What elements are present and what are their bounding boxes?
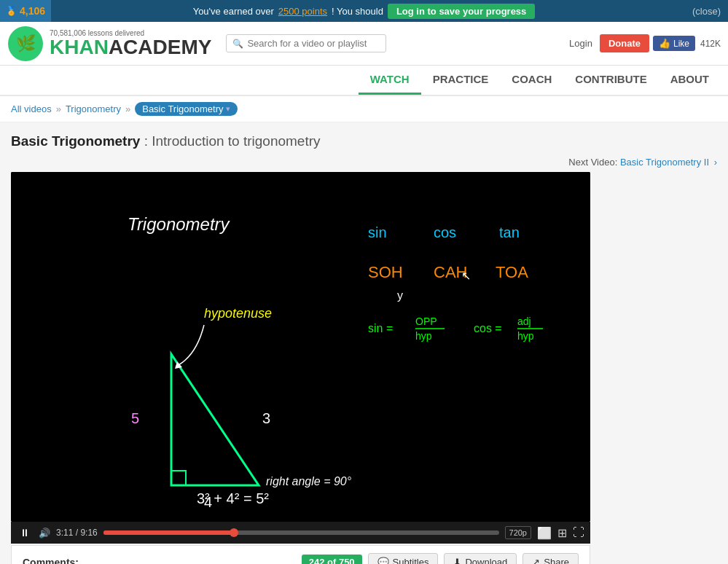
svg-text:hyp: hyp xyxy=(517,330,534,342)
next-video-label: Next Video: xyxy=(568,157,617,168)
svg-text:sin =: sin = xyxy=(368,322,393,334)
points-link[interactable]: 2500 points xyxy=(278,6,327,17)
comments-actions: 242 of 750 💬 Subtitles ⬇ Download ↗ Shar… xyxy=(302,553,579,564)
khan-academy-logo-icon: 🌿 xyxy=(7,26,44,62)
subtitles-icon: 💬 xyxy=(377,557,389,564)
breadcrumb-current: Basic Trigonometry ▾ xyxy=(135,102,238,116)
subtitles-button[interactable]: 💬 Subtitles xyxy=(368,553,439,564)
progress-bar-fill xyxy=(103,530,234,535)
login-link[interactable]: Login xyxy=(569,38,592,49)
fb-like-label: Like xyxy=(673,39,689,49)
share-label: Share xyxy=(544,557,569,564)
svg-text:Trigonometry: Trigonometry xyxy=(128,214,231,234)
svg-text:cos =: cos = xyxy=(474,322,502,334)
svg-text:↖: ↖ xyxy=(461,270,471,282)
video-lesson-title: Basic Trigonometry xyxy=(11,133,140,149)
login-save-button[interactable]: Log in to save your progress xyxy=(388,4,535,19)
svg-text:OPP: OPP xyxy=(415,316,437,327)
svg-text:SOH: SOH xyxy=(368,263,403,281)
logo-area[interactable]: 🌿 70,581,006 lessons delivered KHANACADE… xyxy=(7,26,211,62)
download-icon: ⬇ xyxy=(453,557,461,564)
message-before: You've earned over xyxy=(193,6,274,17)
chevron-down-icon: ▾ xyxy=(226,104,230,114)
breadcrumb-current-label: Basic Trigonometry xyxy=(142,103,223,114)
progress-dot xyxy=(230,528,238,537)
next-video-bar: Next Video: Basic Trigonometry II › xyxy=(11,157,717,168)
svg-text:3² + 4² = 5²: 3² + 4² = 5² xyxy=(197,490,269,506)
svg-text:cos: cos xyxy=(434,224,456,240)
close-topbar-button[interactable]: (close) xyxy=(692,6,721,17)
fullscreen-icon[interactable]: ⛶ xyxy=(573,526,584,539)
search-input[interactable] xyxy=(247,38,380,49)
comments-label: Comments: xyxy=(23,557,79,565)
time-total: 9:16 xyxy=(80,528,97,538)
fb-count: 412K xyxy=(700,39,721,49)
svg-text:adj: adj xyxy=(517,316,531,327)
video-frame: Trigonometry 5 3 4 hypotenuse right angl… xyxy=(11,172,590,522)
breadcrumb-trigonometry[interactable]: Trigonometry xyxy=(66,103,121,114)
download-button[interactable]: ⬇ Download xyxy=(444,553,517,564)
fb-icon: 👍 xyxy=(659,38,670,49)
nav-contribute[interactable]: CONTRIBUTE xyxy=(563,66,658,95)
search-icon: 🔍 xyxy=(232,39,243,49)
breadcrumb-all-videos[interactable]: All videos xyxy=(11,103,52,114)
navigation: WATCH PRACTICE COACH CONTRIBUTE ABOUT xyxy=(0,66,728,96)
notification-text: You've earned over 2500 points ! You sho… xyxy=(193,4,536,19)
main-content: Basic Trigonometry : Introduction to tri… xyxy=(0,122,728,564)
brand-name: KHANACADEMY xyxy=(50,37,211,58)
video-controls-bar[interactable]: ⏸ 🔊 3:11 / 9:16 720p ⬜ ⊞ ⛶ xyxy=(11,522,590,544)
subtitles-label: Subtitles xyxy=(393,557,429,564)
svg-text:hypotenuse: hypotenuse xyxy=(204,306,272,321)
quality-button[interactable]: 720p xyxy=(505,526,531,539)
breadcrumb-sep-1: » xyxy=(56,103,61,114)
nav-about[interactable]: ABOUT xyxy=(659,66,721,95)
breadcrumb-sep-2: » xyxy=(125,103,130,114)
comments-bar: Comments: 242 of 750 💬 Subtitles ⬇ Downl… xyxy=(11,545,590,564)
next-video-link[interactable]: Basic Trigonometry II xyxy=(620,157,709,168)
nav-practice[interactable]: PRACTICE xyxy=(421,66,501,95)
next-video-arrow-icon: › xyxy=(714,157,717,168)
svg-text:sin: sin xyxy=(368,224,387,240)
svg-text:tan: tan xyxy=(499,224,520,240)
comments-count-badge: 242 of 750 xyxy=(302,555,362,564)
video-title-area: Basic Trigonometry : Introduction to tri… xyxy=(11,133,717,149)
svg-text:TOA: TOA xyxy=(496,263,528,281)
top-notification-bar: 🏅 4,106 You've earned over 2500 points !… xyxy=(0,0,728,22)
facebook-like[interactable]: 👍 Like xyxy=(653,36,695,51)
header: 🌿 70,581,006 lessons delivered KHANACADE… xyxy=(0,22,728,66)
badge-icon: 🏅 xyxy=(6,6,17,16)
time-display: 3:11 / 9:16 xyxy=(56,528,98,538)
svg-text:5: 5 xyxy=(131,410,139,426)
svg-text:right angle = 90°: right angle = 90° xyxy=(266,475,352,487)
points-count: 4,106 xyxy=(20,5,45,17)
svg-text:🌿: 🌿 xyxy=(16,34,36,53)
volume-icon: 🔊 xyxy=(39,528,50,538)
message-after: ! You should xyxy=(332,6,383,17)
svg-text:y: y xyxy=(397,289,403,302)
svg-text:hyp: hyp xyxy=(415,330,432,342)
share-icon: ↗ xyxy=(532,557,540,564)
points-badge: 🏅 4,106 xyxy=(0,0,51,22)
video-subtitle: : Introduction to trigonometry xyxy=(144,133,321,149)
header-right: Login Donate 👍 Like 412K xyxy=(569,34,721,52)
progress-bar[interactable] xyxy=(103,530,499,535)
share-button[interactable]: ↗ Share xyxy=(522,553,579,564)
donate-button[interactable]: Donate xyxy=(600,34,649,52)
search-box[interactable]: 🔍 xyxy=(226,34,386,52)
logo-text: 70,581,006 lessons delivered KHANACADEMY xyxy=(50,29,211,58)
zoom-in-icon[interactable]: ⊞ xyxy=(557,526,567,540)
nav-watch[interactable]: WATCH xyxy=(359,66,421,95)
nav-coach[interactable]: COACH xyxy=(500,66,563,95)
fullscreen-preview-icon[interactable]: ⬜ xyxy=(537,526,552,540)
svg-text:3: 3 xyxy=(262,410,270,426)
breadcrumb: All videos » Trigonometry » Basic Trigon… xyxy=(0,96,728,122)
video-player[interactable]: Trigonometry 5 3 4 hypotenuse right angl… xyxy=(11,172,590,522)
pause-button[interactable]: ⏸ xyxy=(17,525,33,540)
time-current: 3:11 xyxy=(56,528,73,538)
download-label: Download xyxy=(465,557,507,564)
